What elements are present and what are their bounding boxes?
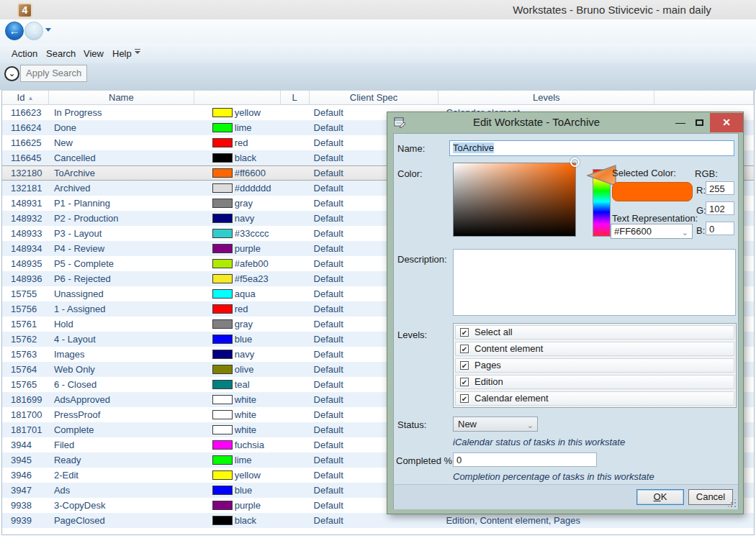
- r-input[interactable]: 255: [706, 181, 734, 195]
- checkbox-icon[interactable]: ✔: [460, 345, 469, 353]
- cell-name: Unassigned: [49, 286, 194, 301]
- color-name: black: [235, 150, 256, 165]
- level-item-content-element[interactable]: ✔Content element: [455, 342, 734, 356]
- cell-color: #afeb00: [194, 256, 281, 271]
- close-icon[interactable]: ✕: [710, 113, 743, 132]
- saturation-brightness-picker[interactable]: [453, 163, 576, 237]
- color-name: yellow: [235, 468, 261, 483]
- color-picker-marker-icon[interactable]: [570, 158, 580, 167]
- level-item-edition[interactable]: ✔Edition: [455, 375, 734, 389]
- completed-help-text: Completion percentage of tasks in this w…: [453, 471, 654, 482]
- back-icon[interactable]: ←: [5, 22, 24, 40]
- cell-id: 15755: [2, 286, 49, 301]
- column-header-id[interactable]: Id▲: [2, 91, 49, 104]
- checkbox-icon[interactable]: ✔: [460, 361, 469, 370]
- level-item-label: Content element: [474, 343, 543, 354]
- level-item-pages[interactable]: ✔Pages: [455, 358, 734, 373]
- cell-l: [281, 422, 310, 437]
- cell-id: 181699: [2, 392, 49, 407]
- color-swatch: [212, 455, 233, 465]
- app-icon: 4: [17, 3, 32, 18]
- color-name: purple: [235, 498, 261, 513]
- minimize-icon[interactable]: —: [671, 114, 690, 132]
- menu-action[interactable]: Action: [9, 47, 40, 60]
- table-row[interactable]: 9939PageClosedblackDefaultEdition, Conte…: [2, 513, 754, 528]
- column-header-client-spec[interactable]: Client Spec: [310, 91, 439, 104]
- color-name: blue: [235, 332, 253, 347]
- checkbox-icon[interactable]: ✔: [460, 394, 469, 403]
- cell-color: black: [194, 513, 281, 528]
- application-window: 4 Workstates - Bruno Stivicevic - main d…: [0, 0, 756, 546]
- cell-color: gray: [194, 196, 281, 211]
- dialog-titlebar[interactable]: Edit Workstate - ToArchive — ✕: [387, 112, 743, 133]
- resize-grip[interactable]: [728, 499, 737, 508]
- cell-color: white: [194, 392, 281, 407]
- r-label: R:: [696, 185, 706, 196]
- cell-blank: [654, 513, 754, 528]
- text-representation-value: #FF6600: [614, 226, 652, 237]
- color-name: aqua: [235, 286, 256, 301]
- column-header-levels[interactable]: Levels: [438, 91, 654, 104]
- color-swatch: [212, 470, 233, 480]
- window-title: Workstates - Bruno Stivicevic - main dai…: [461, 4, 756, 16]
- b-input[interactable]: 0: [706, 222, 734, 235]
- cell-name: P2 - Production: [49, 211, 194, 226]
- checkbox-icon[interactable]: ✔: [460, 378, 469, 386]
- cell-color: teal: [194, 377, 281, 392]
- cell-levels: Edition, Content element, Pages: [438, 513, 654, 528]
- cancel-button[interactable]: Cancel: [688, 489, 733, 505]
- cell-color: blue: [194, 332, 281, 347]
- column-header-blank[interactable]: [194, 91, 281, 104]
- name-input[interactable]: ToArchive: [449, 140, 734, 156]
- selected-color-label: Selected Color:: [612, 168, 676, 178]
- level-item-select-all[interactable]: ✔Select all: [455, 325, 734, 340]
- status-dropdown[interactable]: New ⌄: [453, 417, 538, 432]
- toolbar: ⌄ Apply Search: [0, 63, 756, 90]
- menu-view[interactable]: View: [81, 47, 107, 60]
- column-header-l[interactable]: L: [281, 91, 310, 104]
- level-item-label: Select all: [474, 327, 513, 337]
- description-textarea[interactable]: [453, 249, 736, 316]
- text-representation-label: Text Representation:: [612, 213, 698, 224]
- color-swatch: [212, 516, 233, 525]
- ok-button[interactable]: OK: [636, 489, 684, 505]
- cell-color: black: [194, 150, 281, 165]
- apply-search-button[interactable]: Apply Search: [20, 65, 87, 82]
- menu-search[interactable]: Search: [43, 47, 78, 60]
- cell-color: white: [194, 407, 281, 422]
- cell-l: [281, 392, 310, 407]
- table-header: Id▲NameLClient SpecLevels: [2, 90, 754, 105]
- cell-name: P5 - Complete: [49, 256, 194, 271]
- g-input[interactable]: 102: [706, 201, 734, 215]
- toolbar-overflow-icon[interactable]: [134, 49, 141, 54]
- cell-l: [281, 468, 310, 483]
- cell-l: [281, 483, 310, 498]
- color-swatch: [212, 229, 233, 238]
- column-header-blank[interactable]: [654, 91, 754, 104]
- cell-color: aqua: [194, 286, 281, 301]
- cell-id: 116645: [2, 150, 49, 165]
- menu-help[interactable]: Help: [109, 47, 135, 60]
- completed-input[interactable]: 0: [453, 452, 597, 467]
- cell-id: 148935: [2, 256, 49, 271]
- cell-l: [281, 241, 310, 256]
- cell-color: yellow: [194, 105, 281, 120]
- selected-color-swatch: [612, 182, 693, 201]
- cell-name: P1 - Planning: [49, 196, 194, 211]
- navigation-bar: ← →: [0, 19, 756, 43]
- cell-id: 15762: [2, 332, 49, 347]
- cell-id: 15765: [2, 377, 49, 392]
- checkbox-icon[interactable]: ✔: [460, 328, 469, 337]
- cell-l: [281, 211, 310, 226]
- maximize-icon[interactable]: [690, 114, 709, 132]
- chevron-down-icon[interactable]: ⌄: [4, 66, 19, 81]
- history-dropdown-icon[interactable]: [45, 28, 51, 32]
- level-item-calendar-element[interactable]: ✔Calendar element: [455, 391, 734, 406]
- text-representation-dropdown[interactable]: #FF6600 ⌄: [611, 224, 693, 239]
- cell-l: [281, 362, 310, 377]
- color-swatch: [212, 199, 233, 208]
- description-label: Description:: [397, 254, 447, 265]
- cell-color: blue: [194, 483, 281, 498]
- column-header-name[interactable]: Name: [49, 91, 194, 104]
- forward-icon[interactable]: →: [24, 22, 43, 40]
